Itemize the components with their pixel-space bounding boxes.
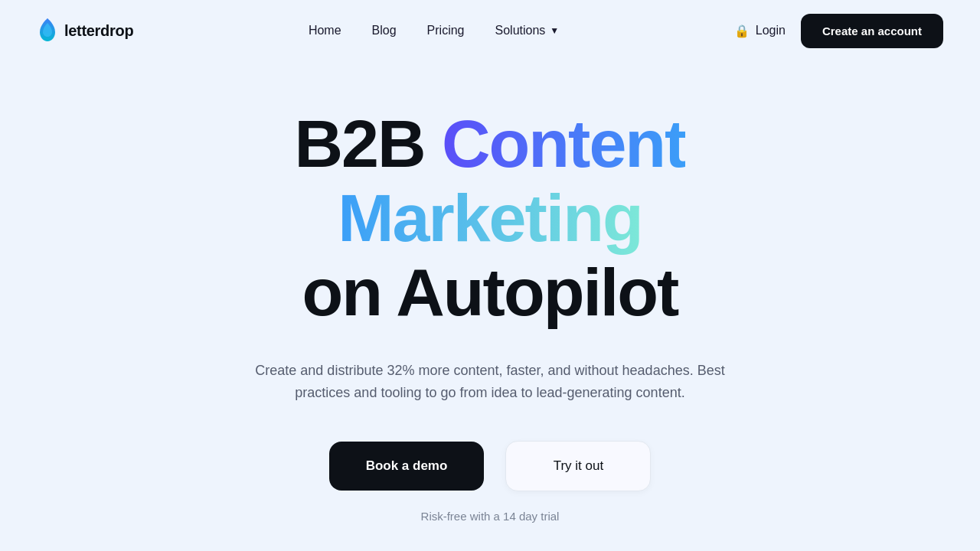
nav-blog[interactable]: Blog	[372, 24, 397, 37]
nav-solutions[interactable]: Solutions ▼	[495, 24, 560, 37]
hero-disclaimer: Risk-free with a 14 day trial	[421, 510, 560, 523]
logo[interactable]: letterdrop	[37, 17, 133, 44]
nav-links: Home Blog Pricing Solutions ▼	[309, 24, 559, 37]
book-demo-button[interactable]: Book a demo	[329, 442, 485, 491]
nav-pricing[interactable]: Pricing	[427, 24, 465, 37]
hero-title-content: Content	[442, 106, 685, 181]
hero-title-b2b: B2B	[295, 106, 443, 181]
brand-name: letterdrop	[64, 22, 133, 40]
lock-icon: 🔒	[734, 24, 750, 38]
hero-title-marketing: Marketing	[338, 180, 642, 256]
hero-title-autopilot: on Autopilot	[295, 256, 686, 330]
nav-home[interactable]: Home	[309, 24, 341, 37]
create-account-button[interactable]: Create an account	[801, 14, 943, 48]
try-it-out-button[interactable]: Try it out	[505, 441, 651, 491]
hero-subtitle: Create and distribute 32% more content, …	[245, 360, 735, 404]
navbar: letterdrop Home Blog Pricing Solutions ▼…	[0, 0, 980, 61]
hero-buttons: Book a demo Try it out	[329, 441, 652, 491]
nav-right: 🔒 Login Create an account	[734, 14, 943, 48]
hero-section: B2B Content Marketing on Autopilot Creat…	[0, 61, 980, 523]
logo-icon	[37, 17, 58, 44]
hero-title: B2B Content Marketing on Autopilot	[295, 107, 686, 329]
chevron-down-icon: ▼	[550, 25, 559, 36]
login-button[interactable]: 🔒 Login	[734, 24, 786, 38]
